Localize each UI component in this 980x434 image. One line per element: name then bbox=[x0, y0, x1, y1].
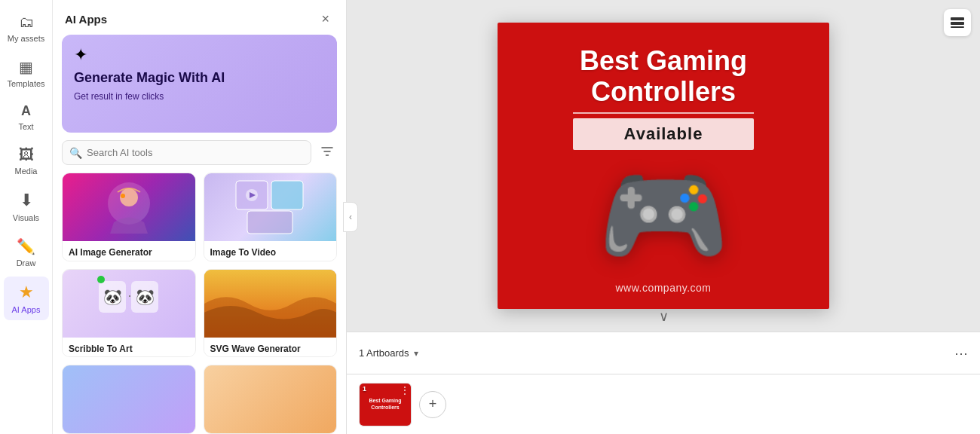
sidebar-item-label: AI Apps bbox=[12, 305, 41, 314]
scribble-thumb-bg: 🐼 🐼 bbox=[63, 270, 195, 338]
app-thumb-scribble: 🐼 🐼 bbox=[63, 270, 195, 338]
promo-card: ✦ Generate Magic With AI Get result in f… bbox=[62, 35, 337, 133]
app-name: Image To Video bbox=[210, 247, 331, 258]
sidebar-item-label: Visuals bbox=[13, 213, 39, 222]
svg-point-12 bbox=[97, 276, 105, 283]
bottom-thumb-2 bbox=[204, 365, 337, 433]
svg-text:🐼: 🐼 bbox=[103, 288, 121, 306]
app-thumb-svg-wave bbox=[204, 270, 337, 338]
sidebar-item-templates[interactable]: ▦ Templates bbox=[4, 52, 49, 94]
app-thumb-5 bbox=[63, 365, 195, 433]
sidebar-item-label: Text bbox=[18, 122, 33, 131]
canvas-available-label: Available bbox=[573, 118, 754, 150]
panel-header: AI Apps × bbox=[53, 0, 346, 35]
artboards-chevron-icon: ▾ bbox=[414, 348, 418, 359]
sidebar-item-text[interactable]: A Text bbox=[4, 97, 49, 137]
bottom-thumb-1 bbox=[63, 365, 195, 433]
canvas-area: Best Gaming Controllers Available 🎮 www.… bbox=[347, 0, 980, 332]
svg-text:🐼: 🐼 bbox=[135, 288, 154, 306]
ai-apps-panel: AI Apps × ✦ Generate Magic With AI Get r… bbox=[53, 0, 347, 434]
app-desc: Create stunning video... bbox=[210, 259, 331, 261]
expand-chevron[interactable]: ∨ bbox=[659, 308, 669, 325]
controller-image: 🎮 bbox=[598, 163, 730, 268]
svg-rect-5 bbox=[247, 211, 292, 234]
main-area: Best Gaming Controllers Available 🎮 www.… bbox=[347, 0, 980, 434]
my-assets-icon: 🗂 bbox=[19, 14, 34, 31]
scribble-illustration: 🐼 🐼 bbox=[95, 274, 163, 334]
app-card-scribble-to-art[interactable]: 🐼 🐼 Scribble To Art Turn your sketches i… bbox=[62, 269, 196, 358]
thumbnail-1[interactable]: 1 Best Gaming Controllers ⋮ bbox=[359, 383, 412, 426]
svg-rect-4 bbox=[271, 181, 303, 209]
artboards-label: 1 Artboards bbox=[359, 347, 409, 359]
sidebar-item-draw[interactable]: ✏️ Draw bbox=[4, 231, 49, 274]
thumb-preview-text: Best Gaming Controllers bbox=[369, 398, 401, 411]
app-card-5[interactable] bbox=[62, 365, 196, 434]
app-name: Scribble To Art bbox=[69, 344, 189, 354]
add-page-button[interactable]: + bbox=[419, 391, 446, 418]
app-name: SVG Wave Generator bbox=[210, 344, 331, 354]
search-input-wrap: 🔍 bbox=[62, 140, 311, 165]
bottom-bar: 1 Artboards ▾ ⋯ bbox=[347, 332, 980, 374]
app-card-info: AI Image Generator Generate unique... bbox=[63, 241, 195, 261]
dots-menu-icon[interactable]: ⋯ bbox=[954, 345, 968, 362]
app-card-info: Image To Video Create stunning video... bbox=[204, 241, 337, 261]
visuals-icon: ⬇ bbox=[20, 191, 33, 210]
sidebar-item-media[interactable]: 🖼 Media bbox=[4, 140, 49, 182]
thumb-menu-icon[interactable]: ⋮ bbox=[400, 385, 409, 396]
collapse-panel-button[interactable]: ‹ bbox=[343, 202, 358, 232]
app-card-ai-image-generator[interactable]: AI Image Generator Generate unique... bbox=[62, 173, 196, 261]
apps-grid: AI Image Generator Generate unique... bbox=[53, 173, 346, 434]
app-card-6[interactable] bbox=[204, 365, 338, 434]
app-thumb-ai-image bbox=[63, 173, 195, 241]
canvas-title: Best Gaming Controllers bbox=[573, 45, 754, 108]
left-sidebar: 🗂 My assets ▦ Templates A Text 🖼 Media ⬇… bbox=[0, 0, 53, 434]
page-number: 1 bbox=[363, 385, 366, 393]
sidebar-item-label: Templates bbox=[7, 79, 44, 88]
promo-title: Generate Magic With AI bbox=[74, 69, 325, 87]
app-card-info: SVG Wave Generator Generate beautiful SV… bbox=[204, 338, 337, 358]
panel-title: AI Apps bbox=[65, 13, 107, 26]
sidebar-item-label: Draw bbox=[17, 258, 36, 267]
search-icon: 🔍 bbox=[69, 147, 82, 159]
sidebar-item-my-assets[interactable]: 🗂 My assets bbox=[4, 8, 49, 49]
img-video-thumb-bg bbox=[204, 173, 337, 241]
thumbnail-strip: 1 Best Gaming Controllers ⋮ + bbox=[347, 374, 980, 434]
app-thumb-6 bbox=[204, 365, 337, 433]
svg-wave-thumb-bg bbox=[204, 270, 337, 338]
app-name: AI Image Generator bbox=[69, 247, 189, 258]
filter-button[interactable] bbox=[317, 142, 337, 164]
sidebar-item-visuals[interactable]: ⬇ Visuals bbox=[4, 185, 49, 228]
promo-subtitle: Get result in few clicks bbox=[74, 91, 325, 102]
canvas-url: www.company.com bbox=[615, 282, 711, 294]
artboards-button[interactable]: 1 Artboards ▾ bbox=[359, 347, 418, 359]
app-desc: Generate beautiful SV... bbox=[210, 356, 331, 358]
app-desc: Generate unique... bbox=[69, 259, 189, 261]
svg-point-2 bbox=[121, 194, 125, 198]
video-collage-illustration bbox=[232, 177, 308, 237]
canvas-design: Best Gaming Controllers Available 🎮 www.… bbox=[498, 23, 829, 309]
app-card-svg-wave-generator[interactable]: SVG Wave Generator Generate beautiful SV… bbox=[204, 269, 338, 358]
sidebar-item-label: Media bbox=[15, 167, 38, 176]
ai-portrait-illustration bbox=[106, 181, 152, 234]
app-card-image-to-video[interactable]: Image To Video Create stunning video... bbox=[204, 173, 338, 261]
draw-icon: ✏️ bbox=[17, 237, 35, 255]
ai-apps-icon: ★ bbox=[19, 283, 34, 302]
close-button[interactable]: × bbox=[317, 11, 334, 27]
ai-image-thumb-bg bbox=[63, 173, 195, 241]
templates-icon: ▦ bbox=[19, 58, 33, 76]
search-input[interactable] bbox=[62, 140, 311, 165]
sidebar-item-ai-apps[interactable]: ★ AI Apps bbox=[4, 277, 49, 320]
app-desc: Turn your sketches int... bbox=[69, 356, 189, 358]
canvas-underline bbox=[573, 112, 754, 114]
media-icon: 🖼 bbox=[19, 146, 34, 164]
canvas-header: Best Gaming Controllers Available bbox=[573, 45, 754, 150]
artboards-right: ⋯ bbox=[954, 345, 968, 362]
app-card-info: Scribble To Art Turn your sketches int..… bbox=[63, 338, 195, 358]
sparkle-icon: ✦ bbox=[74, 45, 325, 65]
search-area: 🔍 bbox=[53, 140, 346, 173]
wave-illustration bbox=[204, 270, 337, 338]
sidebar-item-label: My assets bbox=[8, 34, 45, 43]
filter-icon bbox=[320, 145, 334, 158]
app-thumb-img-video bbox=[204, 173, 337, 241]
text-icon: A bbox=[21, 103, 31, 119]
